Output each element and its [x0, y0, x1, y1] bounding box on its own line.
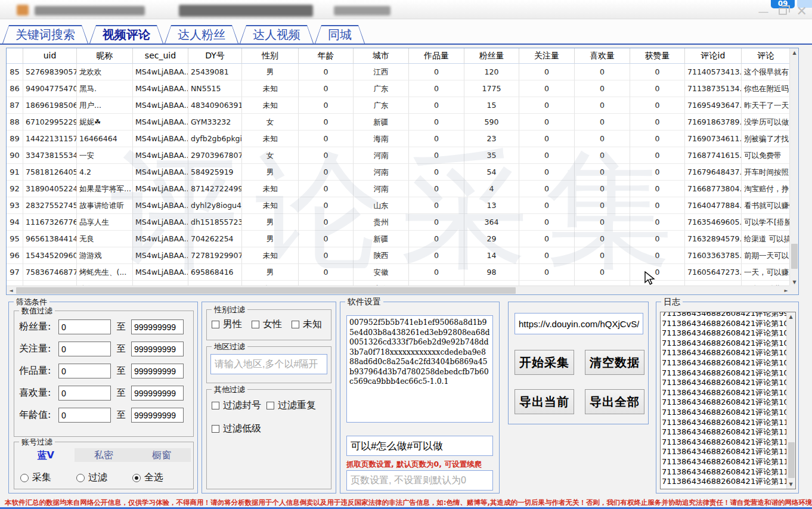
- account-tab-蓝V[interactable]: 蓝V: [17, 448, 75, 462]
- table-cell: MS4wLjABAA...: [133, 164, 188, 181]
- table-cell: 52769839057: [23, 64, 77, 80]
- table-row[interactable]: 9328327552745...故事讲给谁听MS4wLjABAA...dyhl2…: [7, 197, 791, 214]
- log-scroll-down-icon[interactable]: ▼: [786, 480, 795, 489]
- comment-filter-input[interactable]: [346, 436, 493, 456]
- disclaimer-text: 本软件汇总的数据均来自网络公开信息，仅供学习体验，不得商用！请勿将分析数据用于个…: [5, 498, 811, 507]
- row-number-cell: 91: [7, 164, 23, 181]
- numeric-min-input[interactable]: [58, 319, 111, 334]
- header-cell[interactable]: 粉丝量: [464, 48, 519, 64]
- table-row[interactable]: 9596561384414无良MS4wLjABAA...704262254男0新…: [7, 231, 791, 247]
- start-collect-button[interactable]: 开始采集: [515, 350, 574, 375]
- export-all-button[interactable]: 导出全部: [585, 389, 644, 414]
- numeric-min-input[interactable]: [58, 386, 111, 401]
- table-row[interactable]: 91758181264054.2MS4wLjABAA...584925919男0…: [7, 164, 791, 181]
- video-url-input[interactable]: [515, 313, 643, 334]
- table-cell: 贵州: [354, 214, 409, 231]
- table-row[interactable]: 8914422131157...16466464MS4wLjABAA...dyf…: [7, 131, 791, 147]
- table-row[interactable]: 9411167326776...品享人生MS4wLjABAA...dh15185…: [7, 214, 791, 231]
- header-cell[interactable]: 昵称: [77, 48, 133, 64]
- vertical-scrollbar[interactable]: ▲ ▼: [789, 48, 798, 287]
- table-cell: 75818126405: [23, 164, 77, 181]
- table-cell: 0: [409, 147, 464, 164]
- numeric-min-input[interactable]: [58, 342, 111, 356]
- table-row[interactable]: 8552769839057龙欢欢MS4wLjABAA...25439081男0江…: [7, 64, 791, 80]
- log-line: 7113864346882608421评论第99页: [662, 312, 786, 319]
- table-row[interactable]: 9231890405224...如果是宇将军...MS4wLjABAA...87…: [7, 181, 791, 197]
- numeric-max-input[interactable]: [131, 386, 184, 401]
- table-cell: 男: [242, 214, 299, 231]
- header-cell[interactable]: 年龄: [299, 48, 354, 64]
- scroll-up-icon[interactable]: ▲: [790, 48, 799, 57]
- header-cell[interactable]: 获赞量: [630, 48, 685, 64]
- table-row[interactable]: 9615434520960...游游戏MS4wLjABAA...72781929…: [7, 247, 791, 264]
- table-row[interactable]: 9033473815534...一安MS4wLjABAA...297039678…: [7, 147, 791, 164]
- scroll-left-icon[interactable]: ◄: [7, 286, 16, 295]
- table-cell: 0: [519, 214, 575, 231]
- header-cell[interactable]: 作品量: [409, 48, 464, 64]
- log-line: 7113864346882608421评论第108页: [662, 398, 786, 408]
- log-scroll-up-icon[interactable]: ▲: [786, 312, 795, 321]
- log-line: 7113864346882608421评论第104页: [662, 358, 786, 368]
- license-key-box[interactable]: 007952f5b5b741eb1ef95068a8d1b95e4d03b8a4…: [346, 315, 493, 423]
- header-cell[interactable]: DY号: [188, 48, 242, 64]
- hscroll-thumb[interactable]: [16, 287, 516, 294]
- table-cell: 海南: [354, 131, 409, 147]
- log-scrollbar[interactable]: ▲ ▼: [786, 312, 795, 489]
- table-row[interactable]: 8867102995229妮妮☘MS4wLjABAA...GYM33232女0新…: [7, 114, 791, 131]
- account-tab-橱窗[interactable]: 橱窗: [133, 448, 191, 462]
- region-input[interactable]: [210, 354, 327, 374]
- account-tab-私密[interactable]: 私密: [75, 448, 132, 462]
- log-line: 7113864346882608421评论第107页: [662, 388, 786, 398]
- gender-option-女性[interactable]: 女性: [252, 318, 282, 331]
- table-cell: NN5515: [188, 80, 242, 97]
- other-option-过滤低级[interactable]: 过滤低级: [212, 423, 266, 435]
- table-row[interactable]: 8718696198506...用户...MS4wLjABAA...483409…: [7, 97, 791, 114]
- header-cell[interactable]: uid: [23, 48, 77, 64]
- table-cell: 0: [630, 114, 685, 131]
- account-radio-全选[interactable]: 全选: [132, 471, 163, 484]
- table-cell: 0: [630, 64, 685, 80]
- export-current-button[interactable]: 导出当前: [515, 389, 574, 414]
- log-list[interactable]: 7113864346882608421评论第99页711386434688260…: [660, 312, 796, 489]
- checkbox-icon: [212, 321, 219, 328]
- tab-同城[interactable]: 同城: [315, 25, 365, 44]
- numeric-max-input[interactable]: [131, 408, 184, 423]
- account-radio-采集[interactable]: 采集: [20, 471, 51, 484]
- account-radio-过滤[interactable]: 过滤: [76, 471, 107, 484]
- pages-input[interactable]: [346, 470, 493, 491]
- restore-button[interactable]: [779, 8, 787, 15]
- minimize-button[interactable]: —: [758, 6, 769, 17]
- log-scroll-thumb[interactable]: [788, 442, 795, 478]
- tab-关键词搜索[interactable]: 关键词搜索: [2, 25, 88, 44]
- header-cell[interactable]: 城市: [354, 48, 409, 64]
- numeric-filter-label: 作品量:: [19, 365, 58, 377]
- numeric-min-input[interactable]: [58, 408, 111, 423]
- table-row[interactable]: 9775836746877烤蚝先生、(...MS4wLjABAA...69586…: [7, 264, 791, 281]
- clear-data-button[interactable]: 清空数据: [585, 350, 644, 375]
- row-number-cell: 90: [7, 147, 23, 164]
- header-cell[interactable]: sec_uid: [133, 48, 188, 64]
- gender-option-男性[interactable]: 男性: [212, 318, 242, 331]
- other-option-过滤封号[interactable]: 过滤封号: [212, 399, 266, 412]
- numeric-max-input[interactable]: [131, 364, 184, 378]
- numeric-min-input[interactable]: [58, 364, 111, 378]
- horizontal-scrollbar[interactable]: ◄ ►: [7, 285, 791, 294]
- other-option-过滤重复[interactable]: 过滤重复: [266, 399, 321, 412]
- row-number-cell: 93: [7, 197, 23, 214]
- tab-视频评论[interactable]: 视频评论: [89, 25, 163, 44]
- header-cell[interactable]: 性别: [242, 48, 299, 64]
- header-cell[interactable]: 评论: [742, 48, 791, 64]
- header-cell[interactable]: 喜欢量: [575, 48, 630, 64]
- header-cell[interactable]: [7, 48, 23, 64]
- close-button[interactable]: ✕: [796, 6, 807, 17]
- table-row[interactable]: 8694904775470黑马.MS4wLjABAA...NN5515未知0广东…: [7, 80, 791, 97]
- numeric-max-input[interactable]: [131, 319, 184, 334]
- vscroll-thumb[interactable]: [791, 244, 798, 269]
- header-cell[interactable]: 评论id: [685, 48, 742, 64]
- header-cell[interactable]: 关注量: [519, 48, 575, 64]
- numeric-max-input[interactable]: [131, 342, 184, 356]
- gender-option-未知[interactable]: 未知: [292, 318, 322, 331]
- tab-达人视频[interactable]: 达人视频: [240, 25, 314, 44]
- tab-达人粉丝[interactable]: 达人粉丝: [165, 25, 238, 44]
- table-cell: 山东: [354, 197, 409, 214]
